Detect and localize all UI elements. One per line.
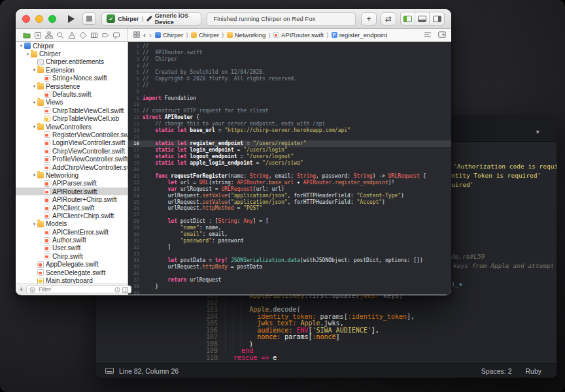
line-number[interactable]: 14 [128,127,143,134]
code-line[interactable]: 29 "name": name, [128,225,451,231]
code-line[interactable]: 1// [128,43,451,50]
editor-options-icon[interactable] [424,31,432,39]
breadcrumb-segment[interactable]: Networking [227,31,266,39]
line-number[interactable]: 25 [128,199,143,206]
code-line[interactable]: 102 [96,300,556,307]
tree-item[interactable]: Chirper.entitlements [16,58,128,66]
tree-item[interactable]: ChirpViewController.swift [16,147,128,155]
code-line[interactable]: 20 [128,167,451,173]
line-number[interactable]: 37 [128,277,143,284]
disclosure-triangle-icon[interactable]: ▾ [31,84,37,89]
sublime-editor[interactable]: 101 ApplePublicKey.first.update(jwks: ke… [96,293,556,361]
tree-item[interactable]: ▾ViewControllers [16,123,128,131]
find-navigator-icon[interactable] [56,31,64,39]
disclosure-triangle-icon[interactable]: ▾ [31,124,37,129]
line-number[interactable]: 6 [128,76,143,82]
line-number[interactable]: 19 [128,160,143,167]
indent-setting[interactable]: Spaces: 2 [481,367,512,375]
tree-item[interactable]: ▾Views [16,99,128,106]
line-number[interactable]: 12 [128,114,143,121]
code-line[interactable]: 7// [128,82,451,89]
recent-files-icon[interactable] [114,284,120,295]
code-line[interactable]: 18 static let logout_endpoint = "/users/… [128,154,451,160]
library-button[interactable]: + [361,12,377,25]
line-number[interactable]: 4 [128,63,143,69]
panel-toggle-icon[interactable] [105,368,114,374]
test-navigator-icon[interactable] [79,31,87,39]
minimize-button[interactable] [35,15,43,23]
tree-item[interactable]: String+Nonce.swift [16,74,128,82]
xcode-window[interactable]: Chirper ⟩ Generic iOS Device Finished ru… [16,9,451,295]
code-line[interactable]: 33 [128,251,451,257]
tree-item[interactable]: Chirp.swift [16,252,128,260]
disclosure-triangle-icon[interactable]: ▾ [31,172,37,178]
line-number[interactable]: 33 [128,251,143,257]
related-items-icon[interactable] [133,31,140,39]
line-number[interactable]: 5 [128,69,143,76]
line-number[interactable]: 22 [128,180,143,186]
tree-item[interactable]: SceneDelegate.swift [16,269,128,276]
source-control-status-icon[interactable] [122,284,128,295]
line-number[interactable]: 35 [128,264,143,270]
line-number[interactable]: 31 [128,238,143,244]
symbol-navigator-icon[interactable] [45,31,53,39]
tree-item[interactable]: APIClient+Chirp.swift [16,212,128,220]
code-line[interactable]: 17 static let login_endpoint = "/users/l… [128,147,451,154]
code-line[interactable]: 24 urlRequest.setValue("application/json… [128,193,451,199]
code-line[interactable]: 5// Created by Soulchild on 12/04/2020. [128,69,451,76]
tree-item[interactable]: ▾Networking [16,171,128,179]
line-number[interactable]: 8 [128,89,143,95]
line-number[interactable]: 29 [128,225,143,231]
back-button[interactable]: ‹ [143,31,146,39]
disclosure-triangle-icon[interactable]: ▾ [31,100,37,105]
tree-item[interactable]: ProfileViewController.swift [16,155,128,163]
line-number[interactable]: 21 [128,173,143,180]
line-number[interactable]: 3 [128,56,143,63]
code-line[interactable]: 19 static let apple_login_endpoint = "/u… [128,160,451,167]
report-navigator-icon[interactable] [112,31,120,39]
close-button[interactable] [22,15,30,23]
tree-item[interactable]: ▾Models [16,220,128,228]
code-line[interactable]: 9import Foundation [128,95,451,102]
code-line[interactable]: 12struct APIRouter { [128,114,451,121]
filter-field[interactable] [26,286,131,293]
line-number[interactable]: 36 [128,270,143,277]
line-number[interactable]: 26 [128,205,143,212]
tree-item[interactable]: APIClientError.swift [16,228,128,236]
zoom-button[interactable] [48,15,56,23]
tree-item[interactable]: APIRouter+Chirp.swift [16,195,128,203]
run-button[interactable] [68,15,75,23]
code-line[interactable]: 21 func requestForRegister(name: String,… [128,173,451,180]
breadcrumb-segment[interactable]: Chirper [191,31,219,39]
code-line[interactable]: 39 [128,290,451,295]
tree-item[interactable]: AddChirpViewController.swift [16,163,128,171]
code-line[interactable]: 3// Chirper [128,56,451,63]
code-line[interactable]: 107 nonce: params[:nonce] [96,334,556,341]
filter-input[interactable] [37,286,112,293]
toggle-navigator-button[interactable] [401,12,415,25]
tree-item[interactable]: ▾Chirper [16,42,128,50]
line-number[interactable]: 27 [128,212,143,218]
tree-item[interactable]: APIRouter.swift [16,188,128,195]
code-line[interactable]: 28 let postDict : [String: Any] = [ [128,218,451,225]
code-line[interactable]: 14 static let base_url = "https://chirp-… [128,127,451,134]
line-number[interactable]: 15 [128,134,143,140]
tree-item[interactable]: APIClient.swift [16,204,128,212]
scheme-selector[interactable]: Chirper ⟩ Generic iOS Device [101,12,201,25]
line-number[interactable]: 13 [128,121,143,127]
language-mode[interactable]: Ruby [525,367,541,375]
line-number[interactable]: 1 [128,43,143,50]
forward-button[interactable]: › [149,31,152,39]
source-editor[interactable]: 1//2// APIRouter.swift3// Chirper4//5// … [128,42,451,295]
code-line[interactable]: 23 var urlRequest = URLRequest(url: url) [128,186,451,193]
line-number[interactable]: 10 [128,101,143,108]
tree-item[interactable]: ChirpTableViewCell.swift [16,106,128,114]
add-editor-icon[interactable] [438,31,446,39]
tree-item[interactable]: ChirpTableViewCell.xib [16,115,128,123]
line-number[interactable]: 9 [128,95,143,102]
code-line[interactable]: 27 [128,212,451,218]
tree-item[interactable]: Defaults.swift [16,90,128,98]
code-line[interactable]: 30 "email": email, [128,231,451,238]
code-line[interactable]: 22 let url = URL(string: APIRouter.base_… [128,180,451,186]
code-line[interactable]: 36 [128,270,451,277]
